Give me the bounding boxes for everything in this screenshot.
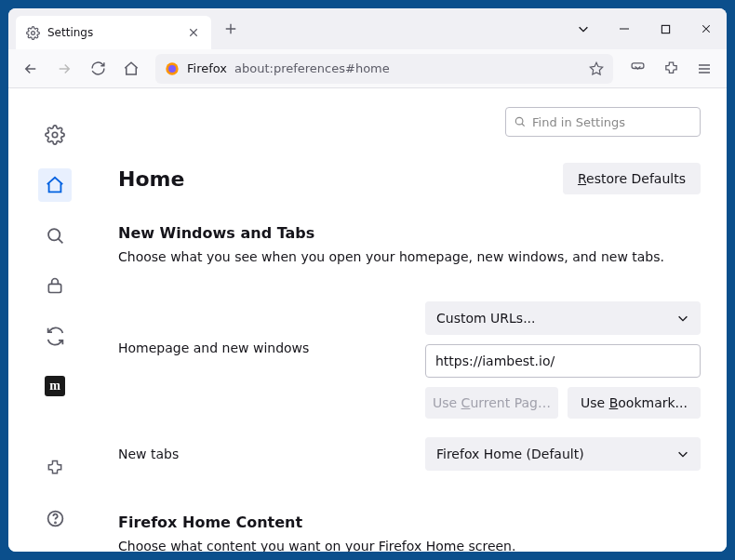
new-tab-button[interactable] xyxy=(217,15,245,43)
section-home-content-desc: Choose what content you want on your Fir… xyxy=(118,539,701,552)
svg-point-9 xyxy=(54,522,55,523)
search-placeholder: Find in Settings xyxy=(532,115,625,129)
section-new-windows-desc: Choose what you see when you open your h… xyxy=(118,249,701,264)
chevron-down-icon xyxy=(676,447,689,460)
newtabs-select[interactable]: Firefox Home (Default) xyxy=(425,437,701,471)
browser-tab[interactable]: Settings xyxy=(16,16,211,49)
gear-icon xyxy=(25,25,40,40)
maximize-button[interactable] xyxy=(645,8,686,49)
sidebar-item-home[interactable] xyxy=(38,168,72,202)
svg-point-0 xyxy=(31,31,34,34)
tabs-dropdown-button[interactable] xyxy=(563,8,604,49)
firefox-icon xyxy=(165,61,180,76)
forward-button[interactable] xyxy=(49,54,79,84)
section-home-content-title: Firefox Home Content xyxy=(118,513,701,531)
search-icon xyxy=(514,115,527,128)
sidebar-item-privacy[interactable] xyxy=(38,269,72,302)
svg-rect-4 xyxy=(632,63,644,69)
m-icon: m xyxy=(45,376,65,396)
pocket-button[interactable] xyxy=(622,54,652,84)
url-path: about:preferences#home xyxy=(234,61,390,75)
titlebar: Settings xyxy=(8,8,727,49)
window-close-button[interactable] xyxy=(686,8,727,49)
sidebar-item-search[interactable] xyxy=(38,219,72,252)
bookmark-star-icon[interactable] xyxy=(589,61,604,76)
homepage-mode-select[interactable]: Custom URLs... xyxy=(425,301,701,335)
url-product: Firefox xyxy=(187,61,227,75)
page-title: Home xyxy=(118,167,184,191)
sidebar-item-general[interactable] xyxy=(38,118,72,152)
svg-point-3 xyxy=(168,65,176,73)
toolbar: Firefox about:preferences#home xyxy=(8,49,727,88)
settings-sidebar: m xyxy=(8,88,101,552)
homepage-label: Homepage and new windows xyxy=(118,301,425,355)
section-new-windows-title: New Windows and Tabs xyxy=(118,224,701,242)
sidebar-item-help[interactable] xyxy=(38,501,72,535)
newtabs-value: Firefox Home (Default) xyxy=(436,447,584,461)
settings-main: Find in Settings Home Restore Defaults N… xyxy=(101,88,727,552)
extensions-button[interactable] xyxy=(656,54,686,84)
svg-rect-1 xyxy=(662,25,669,33)
home-button[interactable] xyxy=(116,54,146,84)
search-input[interactable]: Find in Settings xyxy=(505,107,701,137)
restore-defaults-button[interactable]: Restore Defaults xyxy=(563,163,701,194)
chevron-down-icon xyxy=(676,312,689,325)
use-current-pages-button[interactable]: Use Current Pages xyxy=(425,387,558,419)
tab-title: Settings xyxy=(47,26,178,39)
back-button[interactable] xyxy=(16,54,46,84)
svg-rect-7 xyxy=(48,284,60,292)
sidebar-item-sync[interactable] xyxy=(38,319,72,353)
newtabs-label: New tabs xyxy=(118,447,425,461)
use-bookmark-button[interactable]: Use Bookmark... xyxy=(568,387,701,419)
sidebar-item-more[interactable]: m xyxy=(38,369,72,403)
minimize-button[interactable] xyxy=(604,8,645,49)
url-bar[interactable]: Firefox about:preferences#home xyxy=(155,54,613,84)
sidebar-item-extensions[interactable] xyxy=(38,451,72,485)
reload-button[interactable] xyxy=(83,54,113,84)
homepage-mode-value: Custom URLs... xyxy=(436,311,536,326)
close-icon[interactable] xyxy=(185,24,202,41)
app-menu-button[interactable] xyxy=(689,54,719,84)
svg-point-5 xyxy=(52,132,58,138)
svg-point-6 xyxy=(48,229,60,240)
homepage-url-input[interactable] xyxy=(425,344,701,378)
